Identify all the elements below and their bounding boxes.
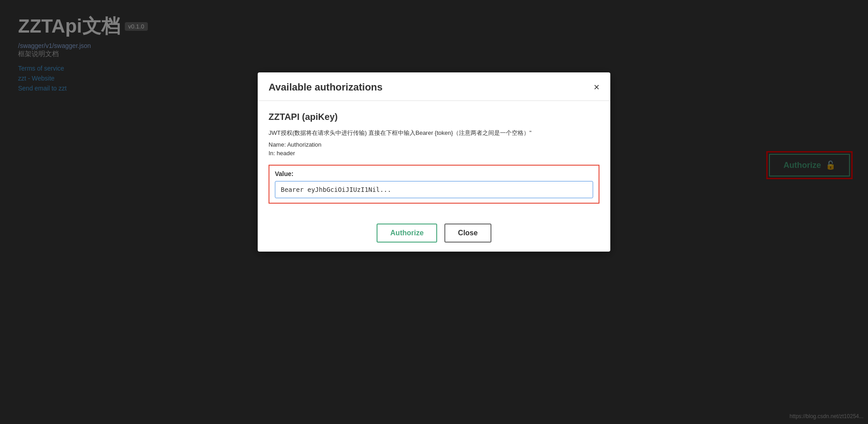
auth-section-title: ZZTAPI (apiKey) [269,112,599,122]
name-label: Name: [269,141,286,148]
in-label: In: [269,150,275,157]
modal-title: Available authorizations [269,81,382,93]
modal-header: Available authorizations × [258,72,610,101]
authorize-button[interactable]: Authorize [377,224,437,243]
value-label: Value: [275,170,593,177]
close-button[interactable]: Close [444,224,491,243]
modal-close-button[interactable]: × [594,82,599,92]
auth-description: JWT授权(数据将在请求头中进行传输) 直接在下框中输入Bearer {toke… [269,129,599,138]
modal-body: ZZTAPI (apiKey) JWT授权(数据将在请求头中进行传输) 直接在下… [258,101,610,214]
modal-dialog: Available authorizations × ZZTAPI (apiKe… [258,72,610,252]
in-value: header [277,150,295,157]
auth-name-info: Name: Authorization [269,141,599,148]
modal-overlay: Available authorizations × ZZTAPI (apiKe… [0,0,868,424]
value-input[interactable] [275,181,593,198]
auth-in-info: In: header [269,150,599,157]
name-value: Authorization [287,141,321,148]
value-section: Value: [269,165,599,204]
modal-footer: Authorize Close [258,214,610,252]
